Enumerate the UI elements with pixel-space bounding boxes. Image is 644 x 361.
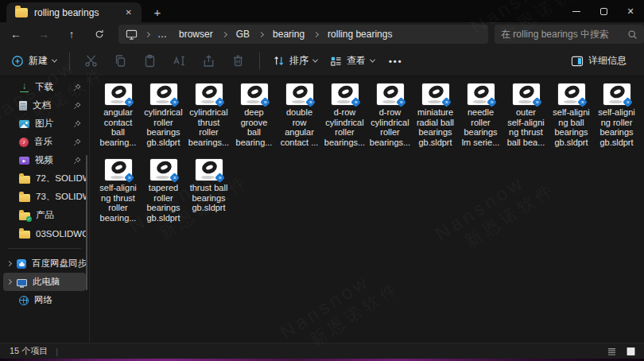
sidebar-item-documents[interactable]: 文档 [3, 96, 86, 115]
solidworks-badge-icon [124, 97, 134, 107]
sidebar-item-downloads[interactable]: ↓下载 [3, 78, 86, 96]
file-item[interactable]: self-aligni ng roller bearings gb.sldprt [594, 83, 639, 159]
chevron-right-icon[interactable] [258, 31, 264, 37]
file-thumbnail [422, 83, 449, 105]
minimize-button[interactable] [563, 0, 590, 22]
paste-button[interactable] [135, 49, 165, 72]
sidebar-item-label: 网络 [34, 294, 86, 306]
bearing-shadow [292, 100, 305, 103]
sidebar-item-folder[interactable]: 03SOLIDWORK [3, 224, 86, 243]
file-item[interactable]: d-row cylindrical roller bearings... [367, 83, 413, 159]
file-item[interactable]: cylindrical roller bearings gb.sldprt [141, 83, 186, 159]
breadcrumb-ellipsis[interactable]: … [154, 27, 174, 41]
sidebar-item-network[interactable]: 网络 [3, 291, 86, 309]
sidebar-item-pictures[interactable]: 图片 [3, 115, 86, 133]
rename-button[interactable] [165, 49, 194, 72]
toolbar-separator [259, 52, 260, 70]
file-item[interactable]: outer self-aligni ng thrust ball bea... [503, 83, 549, 159]
sidebar: ↓下载文档图片音乐视频72、SOLIDWO73、SOLIDWO产品03SOLID… [0, 76, 90, 343]
file-item[interactable]: self-aligni ng thrust roller bearing... [95, 159, 141, 235]
folder-icon [19, 176, 30, 184]
expand-chevron-icon[interactable] [6, 279, 12, 285]
more-button[interactable]: ••• [381, 52, 411, 71]
new-tab-button[interactable]: + [148, 2, 167, 21]
file-name: self-aligni ng thrust roller bearing... [99, 183, 136, 223]
view-button[interactable]: 查看 [324, 49, 381, 72]
breadcrumb-item[interactable]: bearing [268, 27, 309, 41]
sidebar-item-folder-sync[interactable]: 产品 [3, 206, 86, 224]
search-input[interactable] [501, 29, 627, 40]
sidebar-item-music[interactable]: 音乐 [3, 133, 86, 151]
navigation-bar: ← → ↑ … browserGBbearingrolling bearings [0, 22, 644, 46]
details-pane-button[interactable]: 详细信息 [564, 49, 633, 72]
tab-close-icon[interactable]: ✕ [122, 6, 135, 18]
folder-icon [19, 194, 30, 202]
maximize-icon [600, 8, 607, 15]
file-item[interactable]: tapered roller bearings gb.sldprt [141, 159, 186, 235]
solidworks-badge-icon [532, 97, 542, 107]
chevron-down-icon [370, 57, 375, 63]
details-view-button[interactable] [604, 345, 619, 358]
file-item[interactable]: angular contact ball bearing... [95, 83, 141, 159]
sidebar-scrollbar[interactable] [86, 155, 87, 290]
file-explorer-window: rolling bearings ✕ + ✕ ← → ↑ [0, 0, 644, 361]
sort-icon [273, 55, 285, 67]
file-item[interactable]: self-aligni ng ball bearings gb.sldprt [549, 83, 594, 159]
thumbnail-view-button[interactable] [623, 345, 638, 358]
address-bar[interactable]: … browserGBbearingrolling bearings [118, 25, 488, 44]
breadcrumb-item[interactable]: GB [231, 27, 254, 41]
folder-icon [19, 231, 30, 239]
copy-icon [114, 54, 127, 68]
this-pc-icon [126, 29, 138, 41]
file-item[interactable]: d-row cylindrical roller bearings... [322, 83, 367, 159]
refresh-button[interactable] [90, 25, 109, 44]
back-button[interactable]: ← [6, 25, 25, 44]
content-area: angular contact ball bearing...cylindric… [91, 76, 644, 343]
sidebar-item-videos[interactable]: 视频 [3, 151, 86, 169]
file-item[interactable]: miniature radial ball bearings gb.sldprt [413, 83, 458, 159]
file-item[interactable]: thrust ball bearings gb.sldprt [186, 159, 231, 235]
file-thumbnail [286, 83, 313, 105]
file-thumbnail [105, 83, 132, 105]
sidebar-tree: 百度网盘同步空此电脑网络 [0, 254, 89, 309]
maximize-button[interactable] [590, 0, 617, 22]
search-box[interactable] [495, 25, 644, 44]
chevron-right-icon[interactable] [222, 31, 227, 37]
cut-icon [84, 54, 98, 68]
share-button[interactable] [194, 49, 223, 72]
chevron-right-icon[interactable] [313, 31, 319, 37]
expand-chevron-icon[interactable] [6, 261, 12, 266]
bearing-shadow [382, 100, 396, 103]
delete-icon [231, 54, 245, 68]
sidebar-item-folder[interactable]: 72、SOLIDWO [3, 169, 86, 188]
bearing-shadow [201, 176, 215, 179]
breadcrumb-item[interactable]: rolling bearings [323, 27, 397, 41]
file-name: cylindrical thrust roller bearings... [188, 107, 229, 147]
cut-button[interactable] [76, 49, 106, 72]
file-item[interactable]: double row angular contact ... [277, 83, 322, 159]
forward-button[interactable]: → [34, 25, 53, 44]
copy-button[interactable] [106, 49, 135, 72]
bearing-shadow [156, 176, 169, 179]
up-button[interactable]: ↑ [62, 25, 81, 44]
file-item[interactable]: cylindrical thrust roller bearings... [186, 83, 231, 159]
file-name: d-row cylindrical roller bearings... [370, 107, 410, 147]
file-name: cylindrical roller bearings gb.sldprt [144, 107, 182, 147]
sidebar-item-label: 文档 [33, 99, 73, 111]
new-button[interactable]: 新建 [5, 49, 63, 72]
details-pane-icon [571, 56, 584, 67]
music-icon [19, 138, 29, 147]
file-item[interactable]: deep groove ball bearing... [231, 83, 277, 159]
file-name: thrust ball bearings gb.sldprt [190, 183, 228, 213]
sort-button[interactable]: 排序 [266, 49, 324, 72]
sidebar-item-computer[interactable]: 此电脑 [3, 273, 86, 291]
sidebar-item-label: 视频 [35, 154, 73, 166]
sidebar-item-folder[interactable]: 73、SOLIDWO [3, 188, 86, 206]
sidebar-item-baidu[interactable]: 百度网盘同步空 [3, 254, 86, 273]
close-button[interactable]: ✕ [617, 0, 644, 22]
explorer-tab[interactable]: rolling bearings ✕ [6, 2, 142, 22]
sidebar-divider [8, 248, 81, 249]
delete-button[interactable] [223, 49, 253, 72]
breadcrumb-item[interactable]: browser [174, 27, 218, 41]
file-item[interactable]: needle roller bearings lm serie... [458, 83, 503, 159]
